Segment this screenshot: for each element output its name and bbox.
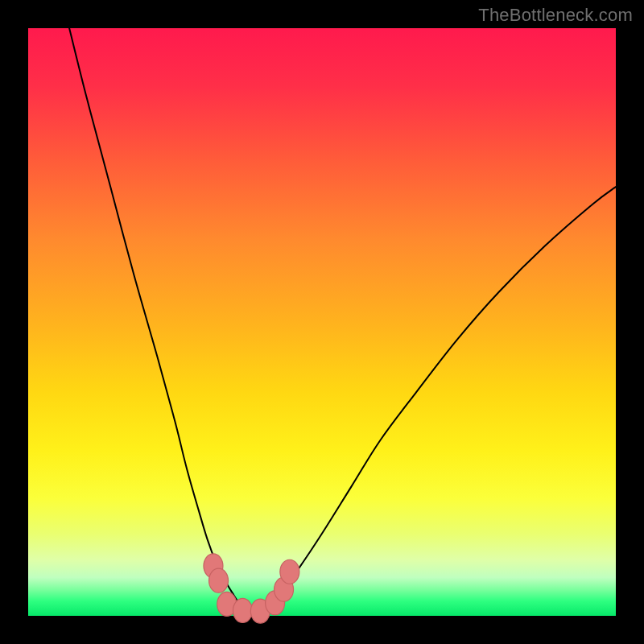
plot-background xyxy=(28,28,616,616)
chart-frame: TheBottleneck.com xyxy=(0,0,644,644)
trough-marker xyxy=(209,568,229,592)
trough-marker xyxy=(280,559,299,584)
chart-svg xyxy=(0,0,644,644)
trough-marker xyxy=(233,598,252,622)
watermark-text: TheBottleneck.com xyxy=(478,5,633,26)
